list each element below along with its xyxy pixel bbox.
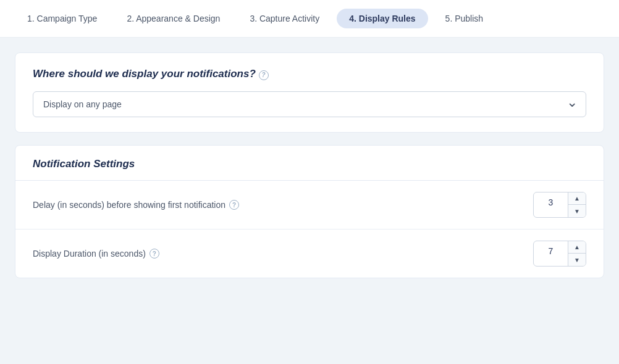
duration-spinner-buttons: ▲ ▼ <box>568 241 586 266</box>
duration-label: Display Duration (in seconds) ? <box>33 249 159 259</box>
delay-row: Delay (in seconds) before showing first … <box>15 181 604 230</box>
display-page-select[interactable]: Display on any page Display on specific … <box>33 91 586 117</box>
display-page-dropdown-wrapper: Display on any page Display on specific … <box>33 91 586 117</box>
duration-increment-button[interactable]: ▲ <box>568 241 586 254</box>
tab-capture-activity[interactable]: 3. Capture Activity <box>237 9 332 28</box>
delay-label: Delay (in seconds) before showing first … <box>33 200 239 210</box>
delay-decrement-button[interactable]: ▼ <box>568 205 586 217</box>
duration-spinner: 7 ▲ ▼ <box>533 241 586 267</box>
delay-value: 3 <box>534 192 568 217</box>
delay-spinner-buttons: ▲ ▼ <box>568 192 586 217</box>
tab-display-rules[interactable]: 4. Display Rules <box>337 9 427 28</box>
notification-settings-section: Notification Settings Delay (in seconds)… <box>15 145 604 278</box>
tab-publish[interactable]: 5. Publish <box>433 9 495 28</box>
delay-increment-button[interactable]: ▲ <box>568 192 586 205</box>
notification-settings-title: Notification Settings <box>33 158 135 170</box>
tab-appearance-design[interactable]: 2. Appearance & Design <box>114 9 232 28</box>
where-display-section: Where should we display your notificatio… <box>15 52 604 133</box>
tab-campaign-type[interactable]: 1. Campaign Type <box>15 9 109 28</box>
duration-decrement-button[interactable]: ▼ <box>568 254 586 266</box>
delay-spinner: 3 ▲ ▼ <box>533 192 586 218</box>
delay-help-icon[interactable]: ? <box>229 200 239 210</box>
main-content: Where should we display your notificatio… <box>0 38 619 293</box>
duration-value: 7 <box>534 241 568 266</box>
where-display-title: Where should we display your notificatio… <box>33 68 586 80</box>
notification-settings-header: Notification Settings <box>15 146 604 181</box>
wizard-nav: 1. Campaign Type 2. Appearance & Design … <box>0 0 619 38</box>
duration-help-icon[interactable]: ? <box>149 249 159 259</box>
duration-row: Display Duration (in seconds) ? 7 ▲ ▼ <box>15 230 604 278</box>
where-display-help-icon[interactable]: ? <box>259 70 269 80</box>
